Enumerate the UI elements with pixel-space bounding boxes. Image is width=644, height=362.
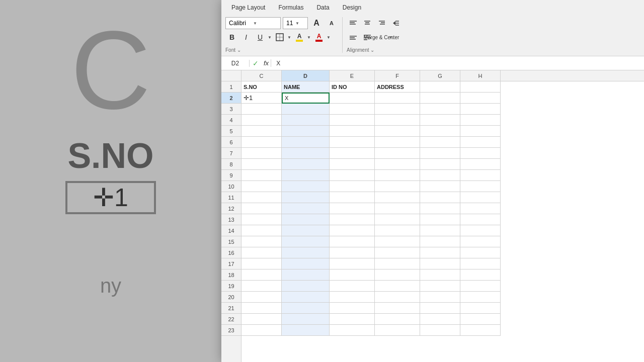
cell-h11[interactable] [460,192,501,203]
cell-c23[interactable] [242,325,282,336]
cell-d16[interactable] [282,247,330,258]
cell-d19[interactable] [282,281,330,292]
cell-c2[interactable]: ✛1 [242,93,282,104]
tab-design[interactable]: Design [337,2,367,13]
cell-e19[interactable] [330,281,375,292]
font-name-dropdown[interactable]: Calibri ▼ [225,17,281,29]
decrease-indent-button[interactable] [389,17,402,29]
font-color-button[interactable]: A [312,31,326,43]
cell-c14[interactable] [242,225,282,236]
cell-d1[interactable]: NAME [282,81,330,93]
italic-button[interactable]: I [239,31,253,43]
cell-g8[interactable] [420,159,460,170]
cell-f19[interactable] [375,281,420,292]
cell-d5[interactable] [282,126,330,137]
cell-f8[interactable] [375,159,420,170]
align-right-button[interactable] [375,17,388,29]
row-num-6[interactable]: 6 [221,137,241,148]
row-num-4[interactable]: 4 [221,115,241,126]
cell-d2[interactable]: X [282,93,330,104]
cell-e23[interactable] [330,325,375,336]
grow-font-button[interactable]: A [310,17,323,29]
cell-c19[interactable] [242,281,282,292]
cell-c6[interactable] [242,137,282,148]
font-dialog-launcher[interactable]: ⌄ [237,47,241,53]
cell-e18[interactable] [330,269,375,281]
cell-e1[interactable]: ID NO [330,81,375,93]
cell-f12[interactable] [375,203,420,214]
cell-d21[interactable] [282,303,330,314]
col-header-c[interactable]: C [242,70,282,81]
cell-h22[interactable] [460,314,501,325]
row-num-3[interactable]: 3 [221,104,241,115]
cell-g23[interactable] [420,325,460,336]
cell-d6[interactable] [282,137,330,148]
cell-e21[interactable] [330,303,375,314]
cell-h18[interactable] [460,269,501,281]
cell-h14[interactable] [460,225,501,236]
col-header-g[interactable]: G [420,70,460,81]
cell-d8[interactable] [282,159,330,170]
cell-g7[interactable] [420,148,460,159]
cell-h17[interactable] [460,258,501,269]
cell-g10[interactable] [420,181,460,192]
row-num-8[interactable]: 8 [221,159,241,170]
cell-g14[interactable] [420,225,460,236]
cell-g5[interactable] [420,126,460,137]
cell-d12[interactable] [282,203,330,214]
shrink-font-button[interactable]: A [325,17,338,29]
cell-d9[interactable] [282,170,330,181]
border-dropdown[interactable]: ▼ [287,35,292,40]
cell-e4[interactable] [330,115,375,126]
cell-c1[interactable]: S.NO [242,81,282,93]
row-num-10[interactable]: 10 [221,181,241,192]
row-num-19[interactable]: 19 [221,281,241,292]
cell-f17[interactable] [375,258,420,269]
row-num-16[interactable]: 16 [221,247,241,258]
cell-f14[interactable] [375,225,420,236]
cell-d20[interactable] [282,292,330,303]
cell-h12[interactable] [460,203,501,214]
cell-f22[interactable] [375,314,420,325]
cell-d11[interactable] [282,192,330,203]
cell-g6[interactable] [420,137,460,148]
row-num-22[interactable]: 22 [221,314,241,325]
tab-page-layout[interactable]: Page Layout [225,2,271,13]
cell-c9[interactable] [242,170,282,181]
cell-f20[interactable] [375,292,420,303]
cell-f23[interactable] [375,325,420,336]
cell-g20[interactable] [420,292,460,303]
col-header-h[interactable]: H [460,70,501,81]
row-num-1[interactable]: 1 [221,81,241,93]
col-header-e[interactable]: E [330,70,375,81]
cell-e11[interactable] [330,192,375,203]
cell-f18[interactable] [375,269,420,281]
cell-g21[interactable] [420,303,460,314]
cell-f10[interactable] [375,181,420,192]
cell-h7[interactable] [460,148,501,159]
row-num-9[interactable]: 9 [221,170,241,181]
cell-c5[interactable] [242,126,282,137]
cell-name-box[interactable]: D2 [224,60,250,67]
row-num-5[interactable]: 5 [221,126,241,137]
cell-c20[interactable] [242,292,282,303]
cell-h2[interactable] [460,93,501,104]
cell-h20[interactable] [460,292,501,303]
cell-c11[interactable] [242,192,282,203]
cell-d10[interactable] [282,181,330,192]
formula-input[interactable]: X [274,60,641,67]
tab-formulas[interactable]: Formulas [272,2,309,13]
fill-color-button[interactable]: A [293,31,306,43]
cell-f1[interactable]: ADDRESS [375,81,420,93]
align-top-left-button[interactable] [347,17,360,29]
cell-c3[interactable] [242,104,282,115]
col-header-d[interactable]: D [282,70,330,81]
cell-h10[interactable] [460,181,501,192]
cell-d22[interactable] [282,314,330,325]
cell-d15[interactable] [282,236,330,247]
cell-d4[interactable] [282,115,330,126]
row-num-23[interactable]: 23 [221,325,241,336]
cell-f9[interactable] [375,170,420,181]
cell-c10[interactable] [242,181,282,192]
cell-h6[interactable] [460,137,501,148]
